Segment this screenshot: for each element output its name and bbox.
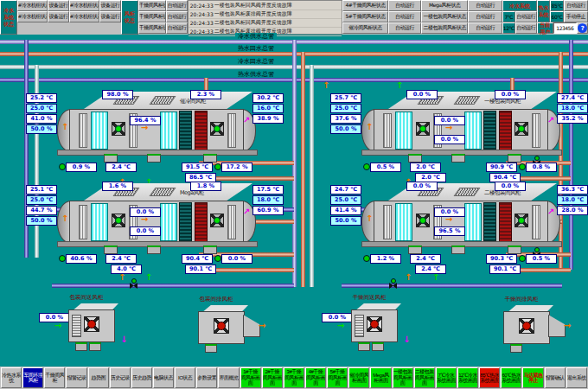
inflow-arrow-icon: → bbox=[337, 322, 344, 330]
alarm-time: 20:24:33 bbox=[189, 29, 214, 35]
nav-button[interactable]: 干燥间风柜 bbox=[44, 367, 65, 388]
damper-louver-icon bbox=[227, 113, 236, 148]
supply-humidity-readout: 60.9 % bbox=[252, 206, 284, 215]
alarm-row: 20:24:33 一楼包装风柜废排阀开度反馈故障 bbox=[189, 10, 342, 19]
nav-button[interactable]: 报警记录 bbox=[66, 367, 86, 388]
nav-button[interactable]: 2#干燥间风柜画面 bbox=[262, 367, 283, 388]
hw-temp-readout: 91.5 ℃ bbox=[182, 163, 213, 172]
fan-icon bbox=[367, 316, 382, 332]
status-row: 5#干燥间风柜状态 自动运行 bbox=[342, 11, 421, 22]
damper-louver-icon bbox=[79, 205, 87, 239]
nav-button[interactable]: 参数设置 bbox=[196, 367, 217, 388]
water-temp-row: 12℃ 自动运行 bbox=[502, 22, 537, 34]
temp-setpoint-readout: 25.0 ℃ bbox=[330, 195, 361, 205]
nav-button[interactable]: 报警确认 bbox=[545, 367, 566, 388]
alarm-list[interactable]: 20:24:33 一楼包装风柜回风阀开度反馈故障 20:24:33 一楼包装风柜… bbox=[188, 0, 343, 35]
ahu-unit: 24.7 ℃ 25.0 ℃ 41.4 % 50.0 % 二楼包装间风柜 ↑ ↗ … bbox=[330, 182, 588, 273]
nav-button[interactable]: 历史记录 bbox=[110, 367, 131, 388]
nav-button[interactable]: 一楼包装间风柜画面 bbox=[393, 367, 413, 388]
nav-button[interactable]: 界面概览 bbox=[218, 367, 239, 388]
alarm-text: 一楼包装风柜回风阀开度反馈故障 bbox=[214, 2, 342, 10]
water-temp: 12℃ bbox=[502, 22, 515, 34]
nav-button[interactable]: 退出系统 bbox=[566, 367, 587, 388]
help-button[interactable]: ? bbox=[577, 22, 588, 34]
nav-button[interactable]: 历史趋势 bbox=[131, 367, 152, 388]
status-row: 1#干燥间风柜状态 自动运行 bbox=[138, 0, 188, 11]
water-temp: 85℃ bbox=[550, 0, 564, 11]
supply-setpoint-readout: 18.0 ℃ bbox=[252, 195, 284, 205]
supply-air-arrow-icon: ↗ bbox=[243, 207, 250, 216]
top-status-bar: 冷水系统状态 1#冷水机组状态 设备运行 4#冷水机组状态 设备运行 2#冷水机… bbox=[0, 0, 588, 35]
downflow-arrow-icon: ↓ bbox=[120, 335, 127, 344]
alarm-time: 20:24:33 bbox=[189, 3, 214, 9]
nav-button[interactable]: 4#干燥间风柜画面 bbox=[305, 367, 326, 388]
valve-indicator-icon bbox=[214, 163, 221, 170]
fan-icon bbox=[84, 316, 99, 332]
current-user-input[interactable]: 123456 bbox=[553, 22, 577, 34]
chiller-status: 设备运行 bbox=[48, 0, 68, 11]
nav-button[interactable]: 二楼包装间风柜画面 bbox=[414, 367, 435, 388]
damper-position-readout: 0.0 % bbox=[406, 182, 438, 191]
damper-louver-icon bbox=[532, 205, 540, 239]
ahu-unit: 25.1 ℃ 25.0 ℃ 44.7 % 50.0 % Mega风柜 ↑ ↗ → bbox=[26, 182, 285, 273]
pipe-valve-icon bbox=[130, 283, 137, 289]
return-temp-readout: 25.7 ℃ bbox=[330, 93, 361, 103]
status-label: 5#干燥间风柜状态 bbox=[342, 11, 387, 22]
alarm-text: 一楼包装风柜废排阀开度反馈故障 bbox=[214, 10, 342, 18]
return-temp-readout: 24.7 ℃ bbox=[330, 185, 361, 194]
nav-button[interactable]: 7℃冷水系统画面 bbox=[436, 367, 457, 388]
fan-icon bbox=[214, 318, 229, 334]
supply-setpoint-readout: 18.0 ℃ bbox=[557, 195, 588, 205]
fan-icon bbox=[112, 214, 125, 227]
drain-vent bbox=[89, 342, 101, 351]
temp-setpoint-readout: 25.0 ℃ bbox=[26, 195, 57, 205]
cooling-coil bbox=[483, 202, 496, 242]
drain-vent bbox=[147, 154, 161, 163]
nav-button[interactable]: 85℃热水系统画面 bbox=[479, 367, 500, 388]
supply-humidity-readout: 35.2 % bbox=[557, 114, 588, 124]
nav-button[interactable]: 12℃冷水系统画面 bbox=[457, 367, 478, 388]
damper-louver-icon bbox=[79, 113, 87, 148]
nav-button[interactable]: IO状态 bbox=[175, 367, 195, 388]
filter-section bbox=[395, 112, 412, 150]
nav-button[interactable]: 3#干燥间风柜画面 bbox=[284, 367, 304, 388]
nav-button[interactable]: 电脑状态 bbox=[153, 367, 174, 388]
hvac-scada-screen: 冷水系统状态 1#冷水机组状态 设备运行 4#冷水机组状态 设备运行 2#冷水机… bbox=[0, 0, 588, 389]
return-temp-readout: 25.2 ℃ bbox=[26, 93, 57, 103]
status-row: 催冷间风柜状态 自动运行 bbox=[342, 22, 421, 34]
nav-button[interactable]: 趋势图 bbox=[88, 367, 109, 388]
nav-button[interactable]: 5#干燥间风柜画面 bbox=[327, 367, 348, 388]
fan-unit-label: 包装间排风柜 bbox=[169, 296, 264, 303]
nav-button[interactable]: 马达紧急停止 bbox=[522, 367, 543, 388]
supply-air-arrow-icon: ↗ bbox=[547, 116, 554, 124]
alarm-row: 20:24:33 二楼包装风柜回风阀开度反馈故障 bbox=[189, 19, 342, 28]
nav-button[interactable]: 1#干燥间风柜画面 bbox=[240, 367, 261, 388]
ahu-status-left: 1#干燥间风柜状态 自动运行 2#干燥间风柜状态 自动运行 3#干燥间风柜状态 … bbox=[138, 0, 188, 35]
nav-button[interactable]: 冷热水系统 bbox=[1, 367, 22, 388]
filter-section bbox=[395, 203, 412, 241]
chiller-status: 设备运行 bbox=[99, 11, 120, 22]
pipe-label: 冷水供水总管 bbox=[235, 33, 277, 40]
valve-position-readout: 0.0 % bbox=[434, 135, 465, 144]
chw-valve-readout: 0.9 % bbox=[66, 163, 97, 172]
nav-button[interactable]: 车间环境风柜 bbox=[22, 367, 43, 388]
ahu-panel-header: 风柜状态 bbox=[121, 0, 138, 35]
nav-button[interactable]: 60℃热水系统画面 bbox=[501, 367, 521, 388]
flow-arrow-icon: ↑ bbox=[405, 273, 412, 282]
hw-valve-readout: 0.5 % bbox=[526, 254, 557, 264]
drain-vent bbox=[203, 246, 217, 254]
louver-icon bbox=[72, 315, 81, 337]
chw-header: 冷水系统 bbox=[502, 0, 537, 11]
nav-button[interactable]: Mega风柜画面 bbox=[370, 367, 391, 388]
drain-vent bbox=[508, 154, 521, 163]
status-row: 2#干燥间风柜状态 自动运行 bbox=[138, 11, 188, 22]
valve-indicator-icon bbox=[363, 163, 370, 170]
water-temp-row: 7℃ 自动运行 bbox=[502, 11, 537, 22]
drain-vent bbox=[75, 342, 87, 351]
nav-button[interactable]: 催冷间风柜画面 bbox=[348, 367, 369, 388]
downflow-arrow-icon: ↓ bbox=[403, 335, 410, 344]
chw-temp-readout: 2.4 ℃ bbox=[415, 265, 446, 274]
supply-setpoint-readout: 16.0 ℃ bbox=[252, 104, 284, 113]
fan-icon bbox=[519, 318, 534, 334]
outflow-arrow-icon: → bbox=[259, 322, 265, 330]
